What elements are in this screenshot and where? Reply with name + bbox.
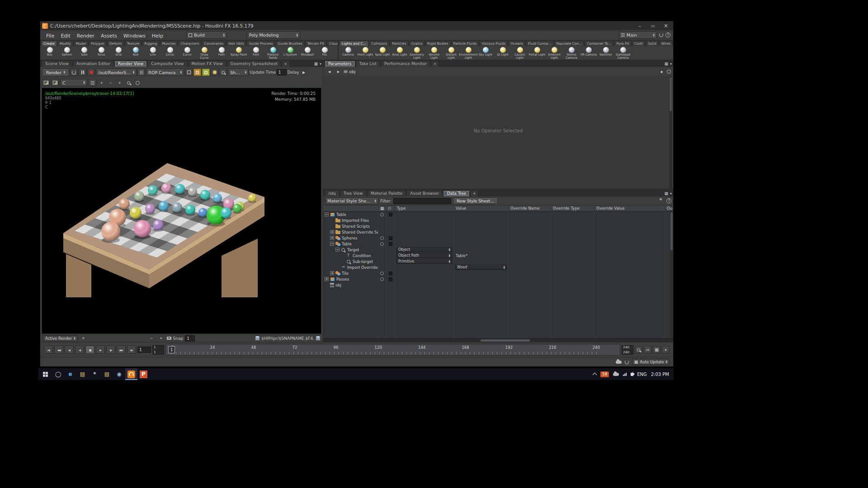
- shelf-tool[interactable]: Area Light: [391, 47, 408, 56]
- render-options-stepper-icon[interactable]: [64, 70, 65, 74]
- shelf-tool[interactable]: Circle: [161, 47, 179, 56]
- gamma-button[interactable]: [134, 79, 142, 86]
- prev-keyframe-button[interactable]: ◀◀: [54, 346, 63, 354]
- zoom-in-button[interactable]: [98, 79, 105, 86]
- shelf-tool[interactable]: Distant Light: [443, 47, 460, 60]
- view-options-button[interactable]: [185, 69, 193, 76]
- shelf-tool[interactable]: File: [316, 47, 333, 56]
- type-dropdown[interactable]: Wood: [455, 265, 507, 270]
- shelf-tool[interactable]: L-System: [282, 47, 299, 56]
- shelf-tab[interactable]: Model: [74, 41, 89, 46]
- render-button[interactable]: Render: [42, 69, 69, 76]
- notification-badge[interactable]: 58: [600, 371, 609, 377]
- shelf-tool[interactable]: Torus: [93, 47, 110, 56]
- column-header[interactable]: Ou: [665, 206, 673, 211]
- build-selector[interactable]: Build: [186, 32, 227, 39]
- column-header-mute-icon[interactable]: ∅: [386, 206, 395, 211]
- desktop-selector[interactable]: Main: [619, 32, 657, 39]
- zoom-out-button[interactable]: [107, 79, 114, 86]
- stepper-arrows-icon[interactable]: [133, 70, 134, 74]
- stepper-arrows-icon[interactable]: [653, 33, 655, 37]
- menu-item[interactable]: Edit: [57, 32, 73, 40]
- visibility-toggle[interactable]: [380, 213, 384, 216]
- type-dropdown[interactable]: Object: [396, 247, 452, 252]
- shelf-tool[interactable]: Draw Curve: [196, 47, 213, 60]
- pane-tab[interactable]: Composite View: [147, 61, 187, 67]
- stepper-arrows-icon[interactable]: [74, 337, 75, 340]
- stepper-arrows-icon[interactable]: [84, 81, 85, 84]
- pane-tab[interactable]: /obj: [325, 190, 340, 197]
- stepper-arrows-icon[interactable]: [375, 199, 376, 203]
- network-icon[interactable]: [623, 373, 627, 376]
- pane-menu-icon[interactable]: ▾: [320, 62, 321, 66]
- column-header-display-icon[interactable]: [378, 206, 386, 211]
- shelf-tool[interactable]: Null: [127, 47, 144, 56]
- expand-icon[interactable]: +: [325, 277, 329, 281]
- row-checkbox[interactable]: [389, 213, 392, 216]
- clear-render-icon[interactable]: ×: [80, 335, 87, 342]
- pan-button[interactable]: +: [116, 79, 123, 86]
- shelf-tool[interactable]: Sky Light: [477, 47, 494, 56]
- rop-selector[interactable]: /out/RenderSc...: [96, 69, 137, 76]
- shelf-tool[interactable]: Curve: [179, 47, 196, 56]
- play-reverse-button[interactable]: ◀: [75, 346, 84, 354]
- shelf-tab[interactable]: Container To...: [585, 41, 613, 46]
- render-region-toggle-button[interactable]: [202, 69, 210, 76]
- go-end-button[interactable]: ▶|: [127, 346, 136, 354]
- pause-render-button[interactable]: [79, 69, 86, 76]
- save-snapshot-icon[interactable]: [255, 336, 259, 340]
- start-button[interactable]: [38, 368, 52, 380]
- column-header-name[interactable]: [323, 206, 378, 211]
- re-render-button[interactable]: [70, 69, 78, 76]
- stepper-arrows-icon[interactable]: [245, 70, 246, 74]
- maximize-button[interactable]: [647, 22, 658, 29]
- next-snapshot-button[interactable]: [157, 335, 165, 342]
- pane-tab[interactable]: Animation Editor: [73, 61, 114, 67]
- update-mode-selector[interactable]: Auto Update: [632, 359, 670, 365]
- timeline-options-icon[interactable]: [653, 346, 660, 353]
- column-header[interactable]: Override Value: [594, 206, 665, 211]
- pane-menu-icon[interactable]: ▾: [670, 192, 672, 196]
- type-dropdown[interactable]: Object Path: [396, 253, 452, 258]
- data-tree-hscrollbar[interactable]: [323, 338, 673, 342]
- chrome[interactable]: ◉: [113, 368, 125, 380]
- next-keyframe-button[interactable]: ▶▶: [117, 346, 126, 354]
- shelf-tab[interactable]: Deform: [107, 41, 124, 46]
- snapshot-a-button[interactable]: [42, 79, 50, 86]
- shelf-tool[interactable]: Path: [213, 47, 230, 56]
- go-start-button[interactable]: |◀: [44, 346, 53, 354]
- timeline-zoom-icon[interactable]: [635, 346, 642, 353]
- houdini[interactable]: [125, 368, 137, 380]
- file-explorer[interactable]: ▤: [76, 368, 89, 380]
- step-forward-button[interactable]: |▶: [106, 346, 115, 354]
- shelf-tab[interactable]: Muscles: [160, 41, 178, 46]
- snapshot-path[interactable]: $HIP/ipr/$SNAPNAME.$F4.: [261, 336, 314, 341]
- shelf-tool[interactable]: Spot Light: [374, 47, 391, 56]
- tree-row[interactable]: obj: [323, 282, 673, 288]
- shelf-tab[interactable]: Constraints: [202, 41, 226, 46]
- shelf-tab[interactable]: Collisions: [369, 41, 389, 46]
- inspect-button[interactable]: [125, 79, 132, 86]
- stepper-arrows-icon[interactable]: [504, 266, 505, 269]
- playhead-marker[interactable]: 1: [168, 346, 175, 353]
- new-style-sheet-button[interactable]: New Style Sheet...: [453, 197, 498, 204]
- shelf-tool[interactable]: GI Light: [494, 47, 511, 56]
- shelf-tab[interactable]: Viscous Fluids: [480, 41, 508, 46]
- shelf-tool[interactable]: Switcher: [597, 47, 614, 56]
- path-forward-button[interactable]: [335, 68, 342, 75]
- expand-icon[interactable]: +: [330, 230, 334, 234]
- pane-tab[interactable]: Data Tree: [443, 190, 470, 197]
- update-time-field[interactable]: 1: [277, 69, 287, 75]
- volume-icon[interactable]: [631, 373, 633, 376]
- shelf-tool[interactable]: Portal Light: [528, 47, 546, 56]
- camera-selector[interactable]: ROP Camera: [146, 69, 184, 76]
- shelf-tool[interactable]: Geometry Light: [408, 47, 425, 60]
- shelf-tool[interactable]: Platonic Solids: [264, 47, 282, 60]
- row-checkbox[interactable]: [389, 242, 392, 246]
- shelf-tab[interactable]: Guide Brushes: [275, 41, 305, 46]
- shelf-tab[interactable]: Particle Fluids: [451, 41, 479, 46]
- shelf-tab[interactable]: Wires: [659, 41, 673, 46]
- tree-row[interactable]: +Shared Override Set: [323, 229, 673, 235]
- timeline-fit-icon[interactable]: [644, 346, 651, 353]
- shelf-tool[interactable]: Caustic Light: [511, 47, 528, 60]
